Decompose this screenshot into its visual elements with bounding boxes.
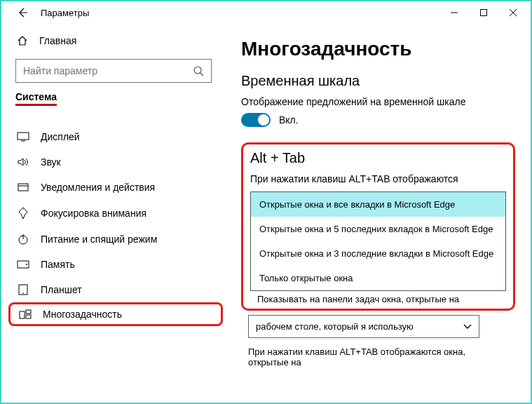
nav-label: Планшет	[41, 284, 82, 295]
section-label: Система	[15, 91, 57, 106]
dropdown-option[interactable]: Открытые окна и все вкладки в Microsoft …	[251, 192, 505, 217]
notifications-icon	[17, 182, 29, 192]
dropdown-option[interactable]: Только открытые окна	[251, 266, 505, 290]
home-label: Главная	[39, 35, 76, 46]
svg-line-3	[200, 73, 203, 76]
svg-rect-15	[26, 310, 31, 314]
taskbar-select[interactable]: рабочем столе, который я использую	[248, 315, 479, 338]
multitasking-icon	[19, 309, 32, 319]
close-button[interactable]	[498, 2, 528, 23]
power-icon	[17, 234, 29, 245]
nav-label: Питание и спящий режим	[41, 234, 157, 245]
nav-storage[interactable]: Память	[1, 252, 226, 277]
nav-notifications[interactable]: Уведомления и действия	[1, 175, 226, 200]
taskbar-desc: Показывать на панели задач окна, открыты…	[250, 294, 506, 304]
svg-rect-4	[18, 133, 29, 140]
minimize-button[interactable]	[439, 2, 469, 23]
nav-tablet[interactable]: Планшет	[1, 277, 226, 302]
nav-label: Память	[41, 259, 75, 270]
nav-power[interactable]: Питание и спящий режим	[1, 227, 226, 252]
tablet-icon	[17, 284, 29, 295]
svg-point-2	[194, 67, 201, 74]
svg-rect-16	[26, 315, 31, 318]
nav-label: Звук	[41, 156, 61, 168]
dropdown-option[interactable]: Открытые окна и 5 последних вкладок в Mi…	[251, 217, 505, 241]
titlebar: Параметры	[1, 1, 531, 24]
nav-multitasking[interactable]: Многозадачность	[8, 302, 223, 326]
svg-point-13	[22, 292, 24, 294]
nav-label: Дисплей	[41, 131, 80, 142]
chevron-down-icon	[463, 324, 472, 330]
maximize-button[interactable]	[469, 2, 498, 23]
alttab-dropdown[interactable]: Открытые окна и все вкладки в Microsoft …	[250, 191, 506, 291]
timeline-desc: Отображение предложений на временной шка…	[241, 96, 515, 107]
nav-list: Дисплей Звук Уведомления и действия Фоку…	[1, 124, 226, 326]
alttab-desc2: При нажатии клавиш ALT+TAB отображаются …	[241, 346, 515, 368]
search-input[interactable]	[15, 59, 212, 83]
svg-rect-14	[20, 311, 25, 318]
nav-label: Многозадачность	[43, 309, 122, 320]
alttab-section: Alt + Tab При нажатии клавиш ALT+TAB ото…	[241, 142, 515, 311]
page-title: Многозадачность	[241, 38, 515, 60]
timeline-toggle[interactable]	[241, 113, 271, 127]
timeline-toggle-row: Вкл.	[241, 113, 515, 127]
alttab-desc: При нажатии клавиш ALT+TAB отображаются	[250, 173, 506, 184]
storage-icon	[17, 260, 29, 269]
main-panel: Многозадачность Временная шкала Отображе…	[226, 24, 531, 403]
nav-sound[interactable]: Звук	[1, 149, 226, 175]
search-field[interactable]	[23, 65, 193, 76]
svg-rect-6	[18, 184, 28, 191]
focus-icon	[17, 207, 29, 220]
search-icon	[193, 65, 204, 76]
nav-focus[interactable]: Фокусировка внимания	[1, 200, 226, 227]
home-icon	[17, 35, 28, 46]
display-icon	[17, 132, 29, 142]
nav-label: Фокусировка внимания	[41, 208, 146, 219]
dropdown-option[interactable]: Открытые окна и 3 последние вкладки в Mi…	[251, 241, 505, 266]
svg-point-11	[26, 264, 27, 265]
svg-rect-1	[481, 10, 487, 16]
nav-display[interactable]: Дисплей	[1, 124, 226, 149]
taskbar-select-value: рабочем столе, который я использую	[256, 321, 414, 332]
nav-label: Уведомления и действия	[41, 182, 155, 193]
back-icon[interactable]	[17, 7, 28, 18]
sound-icon	[17, 157, 29, 167]
timeline-heading: Временная шкала	[241, 73, 515, 89]
window-title: Параметры	[41, 8, 89, 18]
sidebar: Главная Система Дисплей Звук	[1, 24, 226, 403]
toggle-label: Вкл.	[279, 114, 299, 126]
alttab-heading: Alt + Tab	[250, 150, 506, 166]
home-nav[interactable]: Главная	[1, 29, 226, 52]
